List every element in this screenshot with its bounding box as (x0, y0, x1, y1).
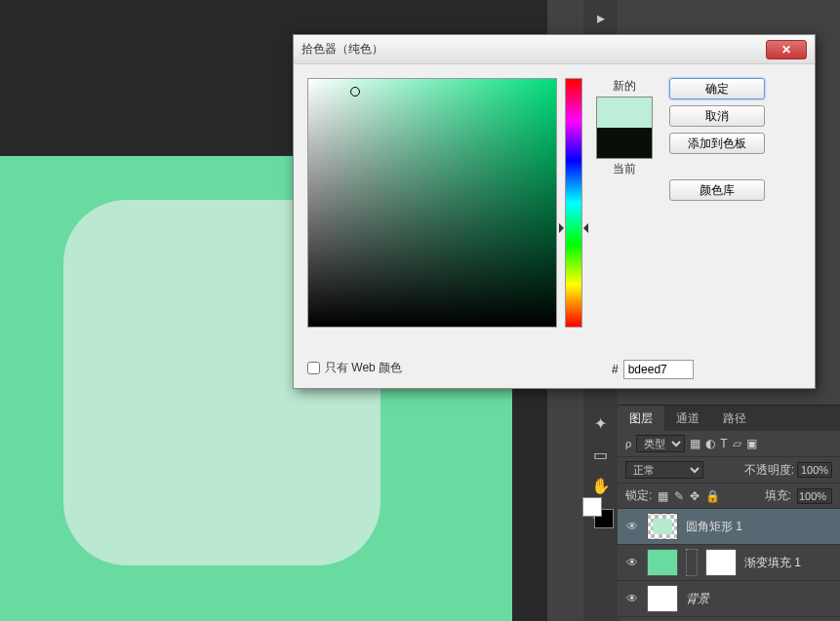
layer-kind-select[interactable]: 类型 (636, 435, 685, 452)
pan-tool-icon[interactable]: ▭ (583, 439, 618, 470)
tab-layers[interactable]: 图层 (618, 406, 664, 431)
assist-tool-icon[interactable]: ✦ (583, 408, 618, 439)
layer-filter-row: ρ 类型 ▦ ◐ T ▱ ▣ (618, 431, 840, 457)
sv-cursor-icon (350, 87, 360, 97)
layers-panel: 图层 通道 路径 ρ 类型 ▦ ◐ T ▱ ▣ 正常 不透明度: 锁定: ▦ ✎… (618, 405, 840, 617)
ok-button[interactable]: 确定 (669, 78, 765, 99)
hex-row: # (612, 360, 694, 379)
layer-thumbnail[interactable] (647, 513, 678, 540)
visibility-toggle-icon[interactable]: 👁 (625, 556, 639, 569)
lock-all-icon[interactable]: 🔒 (705, 489, 720, 503)
blend-opacity-row: 正常 不透明度: (618, 457, 840, 484)
dialog-titlebar[interactable]: 拾色器（纯色） ✕ (294, 35, 815, 64)
visibility-toggle-icon[interactable]: 👁 (625, 592, 639, 605)
lock-fill-row: 锁定: ▦ ✎ ✥ 🔒 填充: (618, 484, 840, 509)
lock-position-icon[interactable]: ✥ (690, 489, 700, 503)
mask-thumbnail[interactable] (705, 549, 737, 576)
layer-name: 背景 (686, 591, 709, 607)
tab-paths[interactable]: 路径 (711, 406, 758, 431)
layer-name: 圆角矩形 1 (686, 519, 742, 535)
saturation-value-field[interactable] (307, 78, 557, 328)
opacity-input[interactable] (797, 462, 832, 478)
layer-background[interactable]: 👁 背景 (618, 581, 840, 617)
layer-thumbnail[interactable] (647, 549, 678, 576)
filter-smart-icon[interactable]: ▣ (746, 437, 757, 450)
move-tool-icon[interactable]: ▸ (583, 2, 618, 33)
filter-adjust-icon[interactable]: ◐ (705, 437, 715, 450)
cancel-button[interactable]: 取消 (669, 105, 765, 127)
current-color-label: 当前 (613, 161, 636, 177)
color-preview-swatch (596, 97, 653, 159)
layer-gradient-fill[interactable]: 👁 渐变填充 1 (618, 545, 840, 581)
blend-mode-select[interactable]: 正常 (625, 461, 703, 479)
color-libraries-button[interactable]: 颜色库 (669, 179, 765, 201)
fill-input[interactable] (797, 488, 832, 504)
lock-transparent-icon[interactable]: ▦ (658, 489, 668, 503)
tab-channels[interactable]: 通道 (664, 406, 711, 431)
add-to-swatches-button[interactable]: 添加到色板 (669, 133, 765, 154)
layer-thumbnail[interactable] (647, 585, 678, 612)
fg-bg-swatches[interactable] (582, 497, 614, 528)
layer-rounded-rect[interactable]: 👁 圆角矩形 1 (618, 509, 840, 545)
lock-label: 锁定: (625, 487, 652, 504)
color-picker-dialog: 拾色器（纯色） ✕ 新的 当前 ! 确定 取消 添加到色板 (293, 34, 816, 389)
lock-pixel-icon[interactable]: ✎ (674, 489, 684, 503)
hex-input[interactable] (623, 360, 694, 379)
web-only-checkbox[interactable] (307, 362, 320, 374)
hue-slider[interactable] (565, 78, 582, 328)
mask-link-icon[interactable] (686, 549, 698, 576)
hex-hash-label: # (612, 363, 619, 376)
filter-pixel-icon[interactable]: ▦ (690, 437, 700, 450)
filter-shape-icon[interactable]: ▱ (733, 437, 741, 450)
new-color-swatch[interactable] (597, 97, 652, 128)
dialog-title: 拾色器（纯色） (301, 41, 766, 58)
foreground-color-swatch[interactable] (582, 497, 602, 517)
current-color-swatch[interactable] (597, 128, 652, 158)
close-button[interactable]: ✕ (766, 40, 807, 59)
fill-label: 填充: (765, 487, 791, 504)
filter-type-icon[interactable]: T (720, 437, 727, 450)
opacity-label: 不透明度: (744, 462, 794, 479)
layer-name: 渐变填充 1 (744, 555, 801, 571)
visibility-toggle-icon[interactable]: 👁 (625, 520, 639, 533)
web-colors-only[interactable]: 只有 Web 颜色 (307, 360, 402, 376)
new-color-label: 新的 (613, 78, 636, 95)
panel-tabs: 图层 通道 路径 (618, 406, 840, 431)
